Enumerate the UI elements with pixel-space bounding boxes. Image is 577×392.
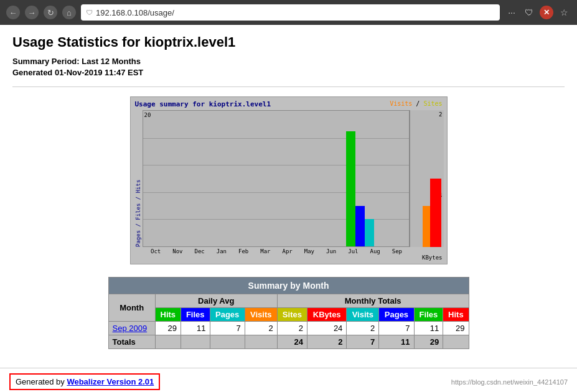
totals-empty (443, 335, 469, 349)
chart-legend: Visits / Sites (390, 100, 442, 107)
footer-box: Generated by Webalizer Version 2.01 (9, 373, 160, 390)
x-axis-labels: Oct Nov Dec Jan Feb Mar Apr May Jun Jul … (134, 248, 444, 254)
sub-files-header: Files (181, 308, 210, 322)
shield-button[interactable]: 🛡 (522, 6, 536, 19)
legend-slash: / (416, 100, 423, 107)
monthly-kbytes: 24 (307, 322, 347, 335)
monthly-sites: 2 (277, 322, 307, 335)
sub-visits2-header: Visits (347, 308, 379, 322)
more-icon: ··· (508, 7, 515, 17)
star-icon: ☆ (560, 7, 568, 17)
chart-plot: 20 (143, 110, 410, 247)
bar-visits-right (423, 206, 430, 247)
shield-icon: 🛡 (525, 7, 533, 17)
totals-pages: 7 (347, 335, 379, 349)
address-bar[interactable]: 🛡 192.168.0.108/usage/ (81, 4, 500, 21)
page-title: Usage Statistics for kioptrix.level1 (12, 34, 565, 50)
x-label-feb: Feb (238, 248, 248, 254)
forward-icon: → (28, 8, 36, 17)
x-label-may: May (304, 248, 314, 254)
totals-visits: 2 (307, 335, 347, 349)
lock-icon: 🛡 (86, 9, 93, 16)
col-headers-row: Month Daily Avg Monthly Totals (108, 294, 469, 308)
reload-icon: ↻ (47, 8, 54, 17)
y-axis-label: Pages / Files / Hits (134, 110, 143, 247)
totals-row: Totals 24 2 7 11 29 (108, 335, 469, 349)
summary-table: Summary by Month Month Daily Avg Monthly… (108, 277, 469, 349)
page-footer: Generated by Webalizer Version 2.01 http… (0, 368, 577, 392)
x-label-jul: Jul (348, 248, 358, 254)
grid-line-1 (143, 138, 409, 139)
table-section: Summary by Month Month Daily Avg Monthly… (12, 277, 565, 349)
reload-button[interactable]: ↻ (44, 6, 57, 19)
url-text: 192.168.0.108/usage/ (96, 8, 174, 17)
grid-line-3 (143, 192, 409, 193)
y-top-label: 20 (144, 112, 151, 118)
divider (12, 86, 565, 87)
chart-container: Usage summary for kioptrix.level1 Visits… (130, 96, 448, 264)
totals-files: 11 (379, 335, 414, 349)
browser-actions: ··· 🛡 ✕ ☆ (505, 6, 571, 19)
totals-hits: 29 (414, 335, 443, 349)
col-sub-headers-row: Hits Files Pages Visits Sites KBytes Vis… (108, 308, 469, 322)
right-top-label: 2 (439, 111, 442, 118)
sub-pages-header: Pages (210, 308, 245, 322)
x-label-nov: Nov (172, 248, 182, 254)
daily-visits: 2 (245, 322, 277, 335)
home-icon: ⌂ (67, 8, 72, 17)
more-button[interactable]: ··· (505, 6, 518, 19)
table-row: Sep 2009 29 11 7 2 2 24 2 7 11 29 (108, 322, 469, 335)
page-content: Usage Statistics for kioptrix.level1 Sum… (0, 25, 577, 358)
sub-files2-header: Files (414, 308, 443, 322)
x-label-oct: Oct (151, 248, 161, 254)
generated-by-text: Generated by (16, 377, 67, 386)
totals-hits-pad2 (181, 335, 210, 349)
x-label-apr: Apr (282, 248, 292, 254)
sub-sites-header: Sites (277, 308, 307, 322)
month-cell: Sep 2009 (108, 322, 155, 335)
bar-pages-aug (365, 219, 374, 246)
right-chart-area: 2 24 (410, 110, 444, 247)
home-button[interactable]: ⌂ (62, 6, 76, 19)
summary-period: Summary Period: Last 12 Months (12, 57, 565, 66)
col-month-header: Month (108, 294, 155, 322)
x-label-aug: Aug (370, 248, 380, 254)
totals-hits-pad3 (210, 335, 245, 349)
sub-hits2-header: Hits (443, 308, 469, 322)
x-label-jan: Jan (217, 248, 227, 254)
x-icon: ✕ (540, 6, 553, 19)
totals-label: Totals (108, 335, 155, 349)
col-monthly-totals-header: Monthly Totals (277, 294, 469, 308)
forward-button[interactable]: → (25, 6, 39, 19)
monthly-visits: 2 (347, 322, 379, 335)
month-link[interactable]: Sep 2009 (113, 324, 148, 333)
monthly-files: 11 (414, 322, 443, 335)
sub-pages2-header: Pages (379, 308, 414, 322)
browser-chrome: ← → ↻ ⌂ 🛡 192.168.0.108/usage/ ··· 🛡 ✕ ☆ (0, 0, 577, 25)
daily-hits: 29 (155, 322, 181, 335)
totals-kbytes: 24 (277, 335, 307, 349)
back-button[interactable]: ← (6, 6, 20, 19)
monthly-pages: 7 (379, 322, 414, 335)
x-label-mar: Mar (260, 248, 270, 254)
generated-line: Generated 01-Nov-2019 11:47 EST (12, 68, 565, 77)
col-daily-avg-header: Daily Avg (155, 294, 277, 308)
totals-hits-pad1 (155, 335, 181, 349)
x-label-sep: Sep (392, 248, 402, 254)
star-button[interactable]: ☆ (557, 6, 571, 19)
sub-hits-header: Hits (155, 308, 181, 322)
x-label-dec: Dec (194, 248, 204, 254)
bar-hits-aug (346, 131, 355, 246)
back-icon: ← (9, 8, 17, 17)
webalizer-link[interactable]: Webalizer Version 2.01 (67, 377, 154, 386)
bar-files-aug (355, 206, 365, 246)
bar-kbytes-right (430, 179, 441, 247)
chart-title: Usage summary for kioptrix.level1 (135, 100, 271, 108)
footer-url: https://blog.csdn.net/weixin_44214107 (451, 378, 568, 386)
footer-generated: Generated by Webalizer Version 2.01 (9, 373, 160, 390)
daily-pages: 7 (210, 322, 245, 335)
sub-visits-header: Visits (245, 308, 277, 322)
monthly-hits: 29 (443, 322, 469, 335)
sites-legend: Sites (423, 100, 442, 107)
table-header-row: Summary by Month (108, 278, 469, 294)
